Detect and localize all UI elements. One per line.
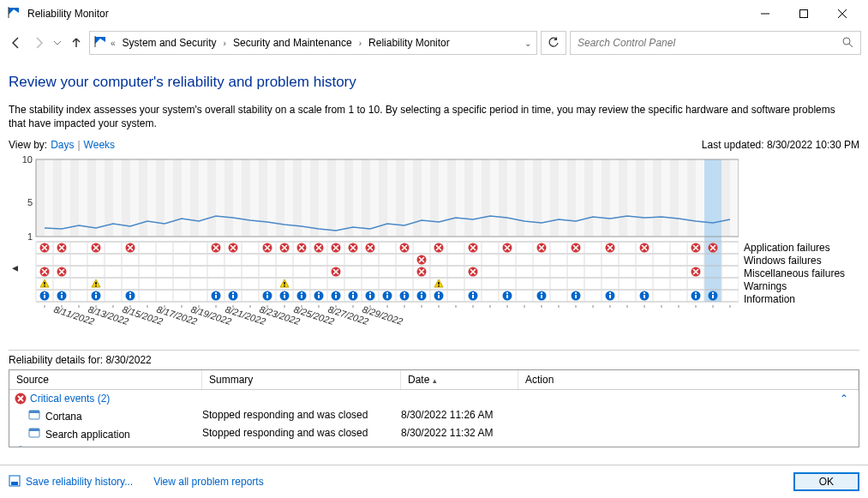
svg-rect-192 (129, 292, 131, 294)
svg-rect-175 (95, 282, 97, 285)
svg-rect-84 (687, 159, 696, 237)
up-button[interactable] (67, 33, 86, 52)
history-dropdown[interactable] (51, 39, 63, 47)
svg-point-6 (843, 38, 850, 45)
svg-rect-72 (584, 159, 593, 237)
search-input[interactable] (578, 37, 835, 49)
svg-rect-236 (506, 295, 508, 298)
table-row[interactable]: Search application Stopped responding an… (9, 425, 859, 443)
scroll-left-button[interactable]: ◂ (9, 156, 21, 345)
svg-rect-186 (61, 292, 63, 294)
group-informational[interactable]: Informational events (2) (9, 443, 859, 447)
svg-rect-44 (344, 159, 353, 237)
page-description: The stability index assesses your system… (9, 103, 848, 130)
chevron-right-icon: › (357, 39, 363, 48)
svg-line-7 (849, 44, 853, 47)
svg-rect-23 (165, 159, 173, 237)
svg-rect-218 (369, 295, 371, 298)
search-icon[interactable] (841, 36, 853, 51)
svg-rect-237 (506, 292, 508, 294)
address-bar[interactable]: « System and Security › Security and Mai… (89, 31, 537, 55)
page-title: Review your computer's reliability and p… (9, 74, 859, 91)
svg-text:5: 5 (27, 197, 33, 207)
svg-rect-179 (438, 282, 440, 285)
svg-rect-78 (636, 159, 644, 237)
save-icon (9, 475, 21, 489)
close-button[interactable] (823, 1, 861, 27)
svg-rect-57 (456, 159, 464, 237)
svg-rect-75 (610, 159, 619, 237)
svg-rect-204 (284, 292, 285, 294)
viewby-days[interactable]: Days (51, 139, 74, 151)
svg-rect-5 (95, 36, 96, 47)
svg-rect-2 (799, 10, 807, 18)
svg-rect-77 (627, 159, 636, 237)
svg-rect-0 (9, 7, 9, 18)
svg-rect-215 (352, 295, 354, 298)
svg-rect-81 (661, 159, 670, 237)
collapse-icon[interactable]: ⌃ (840, 393, 853, 405)
svg-rect-52 (413, 159, 422, 237)
svg-rect-42 (327, 159, 336, 237)
details-for-label: Reliability details for: 8/30/2022 (9, 354, 859, 366)
save-history-link[interactable]: Save reliability history... (9, 475, 133, 489)
svg-rect-221 (386, 295, 388, 298)
svg-rect-197 (232, 295, 234, 298)
svg-rect-242 (575, 295, 577, 298)
svg-rect-15 (96, 159, 105, 237)
chevron-down-icon[interactable]: ⌄ (523, 39, 533, 48)
view-all-reports-link[interactable]: View all problem reports (153, 476, 264, 488)
search-box[interactable] (570, 31, 861, 55)
svg-rect-200 (266, 295, 268, 298)
svg-rect-216 (352, 292, 354, 294)
group-critical[interactable]: Critical events (2) ⌃ (9, 390, 859, 407)
column-summary[interactable]: Summary (202, 370, 401, 389)
svg-rect-248 (644, 295, 645, 298)
viewby-weeks[interactable]: Weeks (84, 139, 115, 151)
svg-rect-240 (541, 292, 542, 294)
svg-rect-85 (696, 159, 704, 237)
svg-rect-14 (87, 159, 96, 237)
svg-rect-22 (156, 159, 165, 237)
svg-point-312 (15, 447, 27, 447)
column-date[interactable]: Date▴ (401, 370, 518, 389)
breadcrumb-seg-3[interactable]: Reliability Monitor (365, 35, 453, 51)
column-action[interactable]: Action (518, 370, 859, 389)
svg-rect-182 (44, 295, 45, 298)
svg-rect-203 (284, 295, 285, 298)
maximize-button[interactable] (784, 1, 823, 27)
column-source[interactable]: Source (9, 370, 202, 389)
forward-button[interactable] (29, 33, 48, 52)
error-icon (15, 393, 27, 405)
svg-rect-207 (301, 292, 302, 294)
svg-rect-58 (464, 159, 473, 237)
minimize-button[interactable] (745, 1, 784, 27)
ok-button[interactable]: OK (793, 472, 859, 491)
svg-rect-191 (129, 295, 131, 298)
svg-rect-24 (173, 159, 182, 237)
svg-rect-243 (575, 292, 577, 294)
svg-rect-45 (353, 159, 362, 237)
legend-misc-failures: Miscellaneous failures (744, 267, 856, 280)
svg-rect-183 (44, 292, 45, 294)
svg-rect-34 (259, 159, 267, 237)
svg-rect-25 (182, 159, 190, 237)
svg-text:1: 1 (27, 231, 33, 242)
svg-rect-66 (533, 159, 542, 237)
table-row[interactable]: Cortana Stopped responding and was close… (9, 407, 859, 425)
breadcrumb-seg-2[interactable]: Security and Maintenance (230, 35, 356, 51)
svg-rect-177 (284, 282, 285, 285)
back-button[interactable] (7, 33, 26, 52)
reliability-chart[interactable]: 15108/11/20228/13/20228/15/20228/17/2022… (21, 156, 739, 345)
svg-rect-79 (644, 159, 653, 237)
svg-rect-10 (53, 159, 62, 237)
svg-rect-26 (190, 159, 199, 237)
refresh-button[interactable] (541, 31, 566, 55)
legend-warnings: Warnings (744, 280, 856, 293)
svg-rect-251 (695, 295, 697, 298)
svg-rect-239 (541, 295, 542, 298)
svg-rect-74 (602, 159, 610, 237)
svg-rect-43 (336, 159, 344, 237)
breadcrumb-seg-1[interactable]: System and Security (119, 35, 220, 51)
svg-rect-60 (482, 159, 490, 237)
